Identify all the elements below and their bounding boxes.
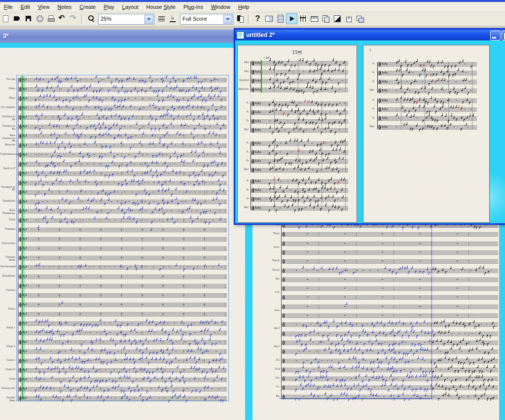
dynamic-parts-icon [236,14,245,23]
combo-dropdown-button[interactable] [223,15,232,24]
filter-icon [344,14,353,23]
navigator-button[interactable] [263,13,275,24]
floating-page-2[interactable]: 2 A.A.Q.Bar.A.A.Q.Bar. [363,45,490,223]
score-view-select[interactable]: Full Score [180,14,233,25]
floating-window-title: untitled 2* [246,32,275,38]
score-page-1[interactable]: PiccoloFluteOboeCor AnglaisClarinet in B… [0,48,245,420]
menu-item-play[interactable]: Play [100,3,118,11]
zoom-level-select[interactable]: 25% [98,14,154,25]
keypad-icon [276,14,285,23]
floating-window-titlebar[interactable]: untitled 2* [235,30,505,40]
document-icon [237,32,244,39]
new-score-icon [1,14,10,23]
combo-dropdown-button[interactable] [144,15,153,24]
toolbar-separator [248,14,250,24]
menu-item-create[interactable]: Create [75,3,100,11]
help-icon [253,15,262,24]
floating-page-1-canvas[interactable] [238,45,357,222]
menu-item-help[interactable]: Help [234,3,253,11]
mixer-icon [299,14,308,23]
menu-item-layout[interactable]: Layout [118,3,143,11]
chevron-down-icon [226,18,230,20]
background-window-title: 3* [3,33,8,39]
toolbar: 25% Full Score [0,12,505,26]
redo-icon [70,14,78,23]
minimize-button[interactable] [490,31,501,40]
keyboard-window-icon [310,14,319,23]
print-button[interactable] [45,13,57,24]
maximize-button[interactable] [502,31,505,40]
save-button[interactable] [23,13,34,24]
keypad-button[interactable] [275,13,286,24]
menu-item-file[interactable]: File [0,3,17,11]
tempo-marking: ♩ = 120 [260,56,270,59]
export-audio-button[interactable] [34,13,45,24]
navigator-icon [265,14,274,23]
menu-item-house-style[interactable]: House Style [143,3,180,11]
play-icon [288,14,296,23]
staff-lines-icon [157,14,166,23]
zoom-button[interactable] [85,13,97,24]
dynamic-parts-button[interactable] [235,13,246,24]
play-button[interactable] [286,13,297,24]
help-button[interactable] [252,14,263,25]
menu-item-plug-ins[interactable]: Plug-ins [180,3,207,11]
floating-score-window[interactable]: untitled 2* 15번 ♩ = 120 AltoAltoQuintonB… [234,28,505,225]
menu-item-notes[interactable]: Notes [53,3,75,11]
score-view-value: Full Score [182,16,207,22]
mixer-button[interactable] [297,13,309,24]
open-icon [13,14,22,23]
open-button[interactable] [11,13,23,24]
zoom-level-value: 25% [101,16,111,22]
save-icon [24,14,33,23]
export-audio-icon [36,14,44,23]
chevron-down-icon [147,18,151,20]
transposing-score-button[interactable] [167,13,179,24]
menu-item-edit[interactable]: Edit [17,3,34,11]
parts-window-button[interactable] [320,13,331,24]
menu-item-window[interactable]: Window [207,3,234,11]
parts-window-icon [322,14,330,23]
focus-on-staves-button[interactable] [331,13,343,24]
floating-page-1[interactable]: 15번 ♩ = 120 AltoAltoQuintonBaritoneA.A.Q… [237,45,357,223]
staff-lines-button[interactable] [156,13,167,24]
redo-button[interactable] [68,13,79,24]
arrange-windows-icon [356,14,364,23]
zoom-icon [87,14,96,23]
menu-item-view[interactable]: View [34,3,54,11]
new-score-button[interactable] [0,13,11,24]
floating-page-2-canvas[interactable] [363,45,489,222]
arrange-windows-button[interactable] [354,13,365,24]
filter-button[interactable] [343,13,354,24]
application-window: FileEditViewNotesCreatePlayLayoutHouse S… [0,0,505,420]
undo-button[interactable] [57,13,68,24]
print-icon [47,14,56,23]
focus-on-staves-icon [333,14,342,23]
page-number: 2 [369,48,371,52]
minimize-icon [492,37,496,38]
keyboard-window-button[interactable] [309,13,320,24]
piece-title: 15번 [238,49,357,56]
score-page-1-canvas[interactable] [0,48,245,420]
toolbar-separator [81,14,83,24]
transposing-score-icon [169,14,178,23]
menu-bar: FileEditViewNotesCreatePlayLayoutHouse S… [0,2,505,12]
undo-icon [58,14,67,23]
